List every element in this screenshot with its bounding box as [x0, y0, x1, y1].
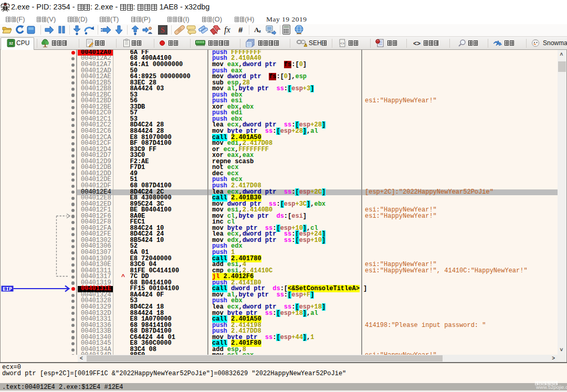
svg-text:EIP: EIP	[3, 287, 12, 292]
svg-text:<>: <>	[413, 40, 421, 47]
svg-text:S: S	[161, 26, 165, 34]
svg-text:z: z	[259, 28, 261, 34]
svg-text:#: #	[238, 25, 243, 34]
svg-text:fx: fx	[224, 25, 230, 35]
svg-text:<>: <>	[340, 41, 344, 46]
svg-text:32: 32	[9, 41, 13, 45]
